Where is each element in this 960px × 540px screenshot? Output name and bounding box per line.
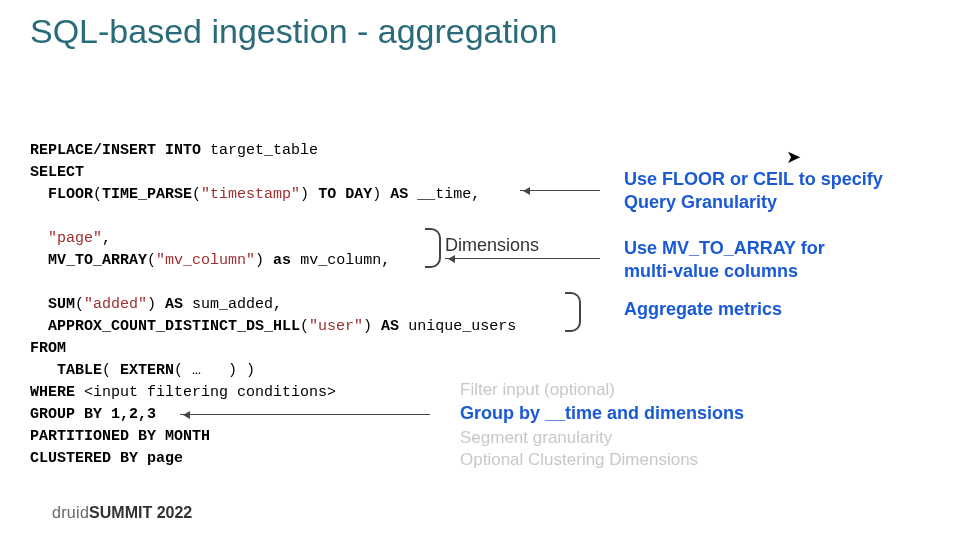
arrow-mv (445, 258, 600, 259)
footer: druidSUMMIT 2022 (52, 504, 192, 522)
slide-title: SQL-based ingestion - aggregation (30, 12, 557, 51)
sql-code-block: REPLACE/INSERT INTO target_table SELECT … (30, 140, 516, 470)
annot-granularity: Use FLOOR or CEIL to specify Query Granu… (624, 168, 883, 214)
brace-aggregate (565, 292, 581, 332)
annot-filter: Filter input (optional) (460, 378, 615, 401)
brace-dimensions (425, 228, 441, 268)
arrow-granularity (520, 190, 600, 191)
annot-segment: Segment granularity (460, 426, 612, 449)
cursor-icon: ➤ (786, 146, 801, 168)
footer-brand: druid (52, 504, 89, 521)
arrow-group (180, 414, 430, 415)
dimensions-label: Dimensions (445, 235, 539, 256)
annot-aggregate: Aggregate metrics (624, 298, 782, 321)
footer-event: SUMMIT (89, 504, 152, 521)
annot-mv: Use MV_TO_ARRAY for multi-value columns (624, 237, 825, 283)
annot-group: Group by __time and dimensions (460, 402, 744, 425)
footer-year: 2022 (157, 504, 193, 521)
annot-cluster: Optional Clustering Dimensions (460, 448, 698, 471)
